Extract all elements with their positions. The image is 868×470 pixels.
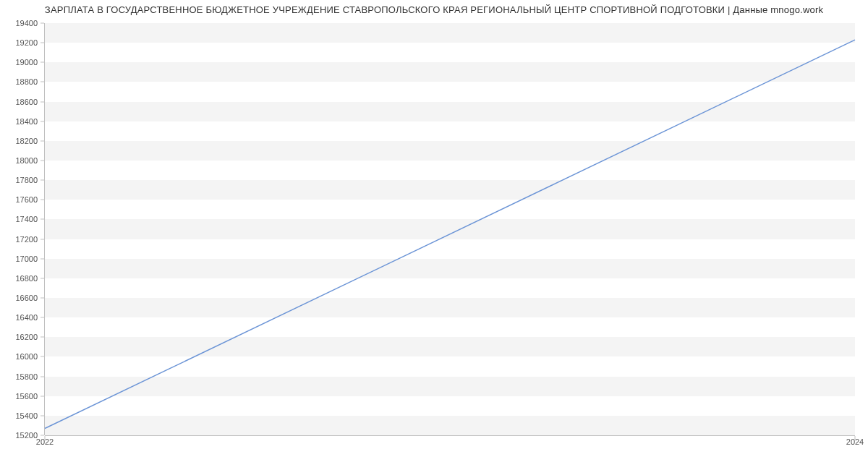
y-tick-mark (41, 200, 44, 200)
line-path (45, 40, 855, 428)
y-tick-mark (41, 278, 44, 278)
y-tick-mark (41, 258, 44, 259)
x-axis-line (45, 435, 855, 436)
y-tick-mark (41, 337, 44, 338)
y-tick-mark (41, 396, 44, 396)
x-tick-label: 2022 (36, 437, 54, 446)
y-tick-label: 16400 (15, 313, 38, 322)
y-tick-label: 18000 (15, 156, 38, 165)
y-tick-mark (41, 356, 44, 357)
y-tick-label: 17200 (15, 235, 38, 244)
y-tick-label: 17800 (15, 176, 38, 184)
y-axis-ticks: 1520015400156001580016000162001640016600… (0, 23, 42, 435)
y-tick-label: 16200 (15, 333, 38, 341)
y-tick-label: 18600 (15, 98, 38, 106)
y-tick-mark (41, 62, 44, 63)
y-tick-label: 18400 (15, 117, 38, 126)
y-tick-mark (41, 23, 44, 24)
y-tick-label: 15200 (15, 431, 38, 440)
y-tick-label: 15400 (15, 411, 38, 420)
y-tick-mark (41, 415, 44, 416)
y-tick-mark (41, 219, 44, 220)
y-tick-mark (41, 43, 44, 43)
y-tick-mark (41, 161, 44, 161)
y-tick-mark (41, 239, 44, 239)
plot-area (45, 23, 855, 435)
y-tick-mark (41, 121, 44, 121)
y-tick-label: 19400 (15, 19, 38, 27)
y-tick-label: 18800 (15, 77, 38, 86)
y-tick-label: 16000 (15, 352, 38, 361)
y-tick-label: 16600 (15, 294, 38, 302)
x-axis-ticks: 20222024 (45, 437, 855, 452)
line-series (45, 23, 855, 435)
x-tick-label: 2024 (846, 437, 864, 446)
y-tick-label: 18200 (15, 137, 38, 145)
y-tick-mark (41, 180, 44, 181)
y-tick-label: 15800 (15, 372, 38, 381)
y-tick-label: 16800 (15, 274, 38, 283)
y-tick-mark (41, 317, 44, 318)
y-tick-label: 17600 (15, 195, 38, 204)
y-tick-mark (41, 298, 44, 299)
y-tick-mark (41, 435, 44, 436)
y-tick-mark (41, 140, 44, 141)
y-tick-mark (41, 376, 44, 377)
y-tick-label: 19200 (15, 38, 38, 47)
y-tick-label: 19000 (15, 58, 38, 67)
y-tick-label: 17400 (15, 215, 38, 223)
chart-container: ЗАРПЛАТА В ГОСУДАРСТВЕННОЕ БЮДЖЕТНОЕ УЧР… (0, 0, 868, 470)
y-tick-label: 15600 (15, 392, 38, 401)
chart-title: ЗАРПЛАТА В ГОСУДАРСТВЕННОЕ БЮДЖЕТНОЕ УЧР… (0, 4, 868, 15)
y-tick-mark (41, 82, 44, 82)
y-tick-label: 17000 (15, 255, 38, 263)
y-tick-mark (41, 101, 44, 102)
